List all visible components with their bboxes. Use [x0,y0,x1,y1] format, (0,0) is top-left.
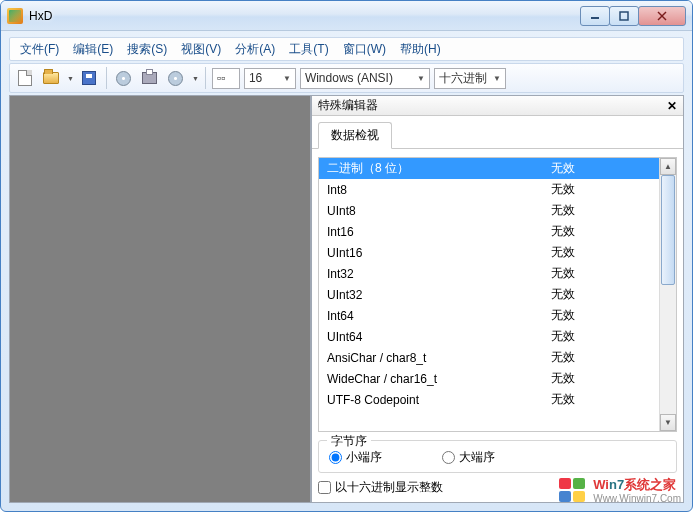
panel-header[interactable]: 特殊编辑器 ✕ [312,96,683,116]
new-file-icon [18,70,32,86]
data-type-row[interactable]: Int32无效 [319,263,659,284]
open-ram-button[interactable] [139,67,161,89]
byte-group-toggle[interactable]: ▫▫ [212,68,240,89]
open-disk-button[interactable] [113,67,135,89]
big-endian-input[interactable] [442,451,455,464]
open-disk-image-button[interactable] [165,67,187,89]
panel-title: 特殊编辑器 [318,97,378,114]
data-type-label: 二进制（8 位） [327,160,551,177]
panel-close-button[interactable]: ✕ [667,99,677,113]
maximize-button[interactable] [609,6,639,26]
little-endian-radio[interactable]: 小端序 [329,449,382,466]
data-type-row[interactable]: AnsiChar / char8_t无效 [319,347,659,368]
open-dropdown-icon[interactable]: ▼ [67,75,74,82]
data-type-value: 无效 [551,349,651,366]
data-type-list[interactable]: 二进制（8 位）无效Int8无效UInt8无效Int16无效UInt16无效In… [318,157,677,432]
data-type-value: 无效 [551,181,651,198]
data-type-row[interactable]: Int64无效 [319,305,659,326]
data-type-value: 无效 [551,160,651,177]
data-type-label: UInt32 [327,288,551,302]
menu-help[interactable]: 帮助(H) [394,39,447,60]
bytes-per-row-combo[interactable]: 16 ▼ [244,68,296,89]
scroll-down-button[interactable]: ▼ [660,414,676,431]
menu-window[interactable]: 窗口(W) [337,39,392,60]
scroll-thumb[interactable] [661,175,675,285]
toolbar-separator [205,67,206,89]
number-base-combo[interactable]: 十六进制 ▼ [434,68,506,89]
data-type-value: 无效 [551,265,651,282]
data-type-value: 无效 [551,328,651,345]
menu-file[interactable]: 文件(F) [14,39,65,60]
scrollbar[interactable]: ▲ ▼ [659,158,676,431]
data-type-row[interactable]: UInt64无效 [319,326,659,347]
data-type-label: Int32 [327,267,551,281]
data-type-value: 无效 [551,391,651,408]
data-type-row[interactable]: 二进制（8 位）无效 [319,158,659,179]
chevron-down-icon: ▼ [417,74,425,83]
tab-data-inspector[interactable]: 数据检视 [318,122,392,149]
close-button[interactable] [638,6,686,26]
data-type-label: Int64 [327,309,551,323]
scroll-up-button[interactable]: ▲ [660,158,676,175]
data-type-row[interactable]: Int16无效 [319,221,659,242]
little-endian-input[interactable] [329,451,342,464]
chevron-down-icon: ▼ [493,74,501,83]
data-type-value: 无效 [551,307,651,324]
data-type-row[interactable]: WideChar / char16_t无效 [319,368,659,389]
disk-icon [116,71,131,86]
data-type-value: 无效 [551,286,651,303]
data-type-label: UInt16 [327,246,551,260]
open-file-button[interactable] [40,67,62,89]
disk-dropdown-icon[interactable]: ▼ [192,75,199,82]
menu-analyze[interactable]: 分析(A) [229,39,281,60]
disk-image-icon [168,71,183,86]
hex-display-checkbox[interactable]: 以十六进制显示整数 [318,479,677,496]
special-editor-panel: 特殊编辑器 ✕ 数据检视 二进制（8 位）无效Int8无效UInt8无效Int1… [311,95,684,503]
data-type-row[interactable]: UInt8无效 [319,200,659,221]
big-endian-label: 大端序 [459,449,495,466]
data-type-label: Int16 [327,225,551,239]
big-endian-radio[interactable]: 大端序 [442,449,495,466]
byte-group-icon: ▫▫ [217,71,226,85]
app-window: HxD 文件(F) 编辑(E) 搜索(S) 视图(V) 分析(A) 工具(T) … [0,0,693,512]
data-type-label: AnsiChar / char8_t [327,351,551,365]
data-type-label: UTF-8 Codepoint [327,393,551,407]
ram-icon [142,72,157,84]
window-title: HxD [29,9,581,23]
encoding-combo[interactable]: Windows (ANSI) ▼ [300,68,430,89]
bytes-per-row-value: 16 [249,71,262,85]
scroll-track[interactable] [660,175,676,414]
save-button[interactable] [78,67,100,89]
data-type-label: WideChar / char16_t [327,372,551,386]
document-area[interactable] [9,95,311,503]
menu-search[interactable]: 搜索(S) [121,39,173,60]
data-type-label: UInt64 [327,330,551,344]
hex-display-label: 以十六进制显示整数 [335,479,443,496]
data-type-row[interactable]: Int8无效 [319,179,659,200]
menu-edit[interactable]: 编辑(E) [67,39,119,60]
titlebar[interactable]: HxD [1,1,692,31]
menu-view[interactable]: 视图(V) [175,39,227,60]
new-file-button[interactable] [14,67,36,89]
byte-order-group: 字节序 小端序 大端序 [318,440,677,473]
svg-rect-1 [620,12,628,20]
client-area: 特殊编辑器 ✕ 数据检视 二进制（8 位）无效Int8无效UInt8无效Int1… [9,95,684,503]
data-type-label: Int8 [327,183,551,197]
minimize-button[interactable] [580,6,610,26]
toolbar-separator [106,67,107,89]
data-type-row[interactable]: UInt16无效 [319,242,659,263]
hex-display-input[interactable] [318,481,331,494]
chevron-down-icon: ▼ [283,74,291,83]
encoding-value: Windows (ANSI) [305,71,393,85]
data-type-value: 无效 [551,223,651,240]
number-base-value: 十六进制 [439,70,487,87]
little-endian-label: 小端序 [346,449,382,466]
data-type-value: 无效 [551,202,651,219]
data-type-row[interactable]: UTF-8 Codepoint无效 [319,389,659,410]
menu-tools[interactable]: 工具(T) [283,39,334,60]
app-icon [7,8,23,24]
tab-body: 二进制（8 位）无效Int8无效UInt8无效Int16无效UInt16无效In… [312,149,683,502]
byte-order-label: 字节序 [327,433,371,450]
menubar: 文件(F) 编辑(E) 搜索(S) 视图(V) 分析(A) 工具(T) 窗口(W… [9,37,684,61]
data-type-row[interactable]: UInt32无效 [319,284,659,305]
